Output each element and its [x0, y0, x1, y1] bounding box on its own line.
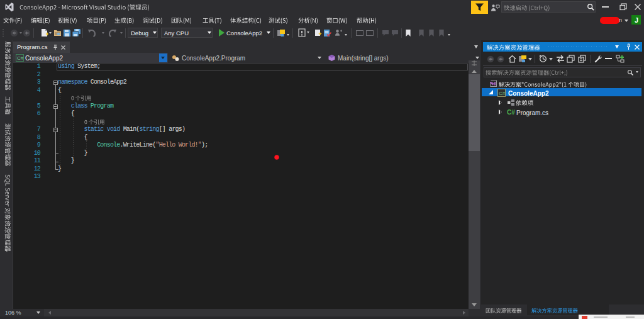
svg-text:C#: C# — [499, 91, 506, 96]
svg-text:C#: C# — [17, 55, 24, 61]
svg-text:C#: C# — [507, 109, 515, 116]
